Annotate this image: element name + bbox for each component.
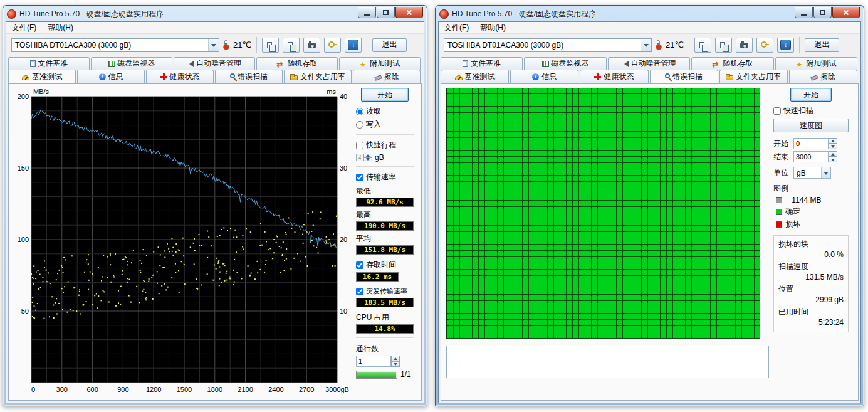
tab-folder-usage[interactable]: 文件夹占用率: [719, 70, 788, 83]
transfer-rate-checkbox[interactable]: [356, 174, 363, 181]
scan-start-input[interactable]: [793, 138, 829, 149]
max-value: 190.0 MB/s: [356, 221, 414, 231]
eraser-icon: [810, 75, 818, 80]
drive-select[interactable]: TOSHIBA DT01ACA300 (3000 gB): [444, 38, 652, 52]
minimize-button[interactable]: [358, 7, 376, 18]
titlebar[interactable]: HD Tune Pro 5.70 - 硬盘/固态硬盘实用程序: [436, 6, 864, 21]
tab-health[interactable]: 健康状态: [146, 70, 214, 83]
download-icon: [780, 40, 791, 50]
scan-end-input[interactable]: [793, 151, 829, 162]
menu-help[interactable]: 帮助(H): [44, 22, 76, 34]
tab-random-access[interactable]: 随机存取: [691, 57, 773, 70]
tab-erase[interactable]: 擦除: [353, 70, 421, 83]
tab-folder-usage[interactable]: 文件夹占用率: [284, 70, 352, 83]
drive-select-value: TOSHIBA DT01ACA300 (3000 gB): [447, 41, 563, 50]
exit-button[interactable]: 退出: [372, 38, 407, 52]
access-time-checkbox[interactable]: [356, 261, 363, 269]
svg-text:3000gB: 3000gB: [325, 386, 349, 393]
svg-text:2700: 2700: [299, 386, 314, 393]
menu-file[interactable]: 文件(F): [9, 22, 39, 34]
tab-disk-monitor[interactable]: 磁盘监视器: [91, 57, 172, 70]
minimize-button[interactable]: [795, 7, 813, 18]
menu-file[interactable]: 文件(F): [441, 22, 472, 34]
options-button[interactable]: [324, 38, 341, 53]
tab-info[interactable]: 信息: [510, 70, 578, 83]
tab-error-scan[interactable]: 错误扫描: [215, 70, 283, 83]
tab-extra-tests[interactable]: 附加测试: [775, 57, 857, 70]
folder-icon: [726, 75, 733, 80]
tab-random-access[interactable]: 随机存取: [256, 57, 338, 70]
burst-value: 183.5 MB/s: [356, 298, 414, 307]
scan-log[interactable]: [446, 346, 769, 378]
options-button[interactable]: [756, 38, 773, 53]
svg-text:1500: 1500: [177, 386, 192, 393]
tab-aam[interactable]: 自动噪音管理: [174, 57, 255, 70]
spinner-buttons[interactable]: [829, 151, 837, 162]
camera-icon: [308, 43, 316, 48]
burst-rate-checkbox[interactable]: [356, 288, 363, 295]
chevron-down-icon[interactable]: [641, 39, 651, 51]
tab-health[interactable]: 健康状态: [580, 70, 648, 83]
benchmark-page: 5010015020010203040MB/sms030060090012001…: [8, 83, 422, 401]
tab-error-scan[interactable]: 错误扫描: [650, 70, 718, 83]
svg-text:50: 50: [21, 307, 29, 315]
maximize-button[interactable]: [377, 7, 395, 18]
titlebar[interactable]: HD Tune Pro 5.70 - 硬盘/固态硬盘实用程序: [3, 6, 427, 21]
quick-scan-checkbox[interactable]: [773, 107, 781, 115]
unit-select[interactable]: gB: [793, 167, 831, 179]
tab-benchmark[interactable]: 基准测试: [8, 70, 76, 83]
read-radio[interactable]: [356, 108, 363, 115]
tab-extra-tests[interactable]: 附加测试: [339, 57, 421, 70]
screenshot-button[interactable]: [736, 38, 753, 53]
start-scan-button[interactable]: 开始: [790, 88, 832, 102]
keys-icon: [761, 41, 769, 49]
copy-text-button[interactable]: [262, 38, 279, 53]
copy-text-button[interactable]: [694, 38, 711, 53]
svg-text:900: 900: [117, 386, 128, 393]
start-button[interactable]: 开始: [361, 88, 409, 102]
copy-text-icon: [267, 42, 272, 48]
menubar: 文件(F) 帮助(H): [439, 22, 860, 34]
save-button[interactable]: [345, 38, 362, 53]
gauge-icon: [22, 75, 29, 80]
tab-erase[interactable]: 擦除: [789, 70, 857, 83]
tab-benchmark[interactable]: 基准测试: [441, 70, 509, 83]
tab-info[interactable]: 信息: [77, 70, 145, 83]
close-button[interactable]: [395, 7, 423, 18]
chevron-down-icon[interactable]: [208, 39, 219, 51]
damaged-value: 0.0 %: [778, 250, 844, 259]
tab-strip: 文件基准 磁盘监视器 自动噪音管理 随机存取 附加测试 基准测试 信息 健康状态…: [6, 56, 424, 83]
screenshot-button[interactable]: [303, 38, 320, 53]
avg-value: 151.8 MB/s: [356, 245, 414, 255]
close-button[interactable]: [832, 7, 860, 18]
divider: [689, 37, 689, 53]
tab-file-benchmark[interactable]: 文件基准: [441, 57, 523, 70]
eraser-icon: [374, 75, 382, 80]
copy-image-button[interactable]: [715, 38, 732, 53]
save-button[interactable]: [777, 38, 794, 53]
svg-text:30: 30: [340, 164, 347, 172]
spinner-buttons[interactable]: [829, 138, 837, 149]
close-icon: [843, 9, 849, 16]
legend-bad-swatch: [776, 221, 782, 228]
tab-aam[interactable]: 自动噪音管理: [608, 57, 690, 70]
svg-text:300: 300: [56, 386, 68, 393]
drive-select[interactable]: TOSHIBA DT01ACA300 (3000 gB): [11, 38, 219, 52]
short-stroke-input[interactable]: [356, 154, 363, 161]
chevron-down-icon[interactable]: [821, 167, 830, 178]
max-label: 最高: [356, 209, 414, 220]
short-stroke-checkbox[interactable]: [356, 142, 363, 149]
tab-disk-monitor[interactable]: 磁盘监视器: [524, 57, 606, 70]
maximize-button[interactable]: [813, 7, 832, 18]
menu-help[interactable]: 帮助(H): [477, 22, 509, 34]
speed-map-button[interactable]: 速度图: [773, 119, 849, 132]
svg-text:600: 600: [86, 386, 98, 393]
spinner-buttons[interactable]: [363, 154, 372, 161]
copy-image-button[interactable]: [283, 38, 300, 53]
spinner-buttons[interactable]: [391, 356, 400, 367]
write-radio[interactable]: [356, 121, 363, 129]
pass-count-input[interactable]: [356, 356, 391, 367]
exit-button[interactable]: 退出: [805, 38, 839, 52]
tab-file-benchmark[interactable]: 文件基准: [8, 57, 90, 70]
svg-text:ms: ms: [327, 88, 336, 95]
